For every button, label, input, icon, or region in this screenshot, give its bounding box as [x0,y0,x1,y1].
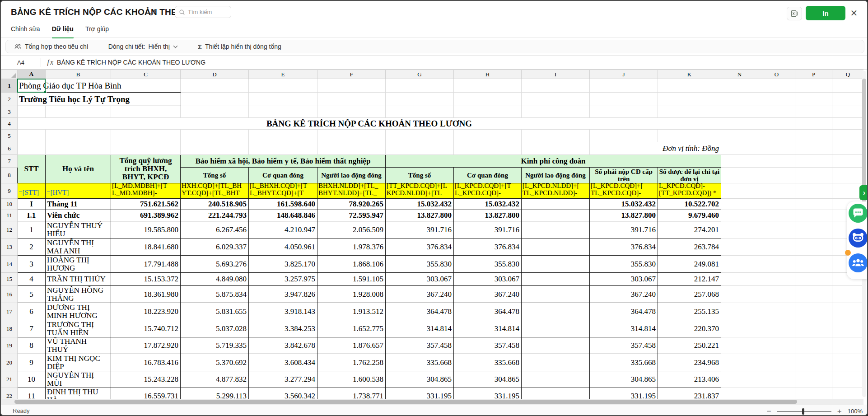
cell-I18[interactable] [522,320,590,337]
header-stt[interactable]: STT [18,155,46,183]
cell-P6[interactable] [795,142,832,155]
cell-I6[interactable] [522,142,590,155]
column-header-E[interactable]: E [249,70,317,79]
cell-F10[interactable]: 78.920.265 [317,199,386,210]
cell-B3[interactable] [46,106,111,118]
assistant-bot-button[interactable] [849,229,868,248]
cell-J20[interactable]: 335.668 [590,354,658,371]
cell-P14[interactable] [795,256,832,273]
cell-O12[interactable] [758,221,795,238]
column-header-D[interactable]: D [181,70,249,79]
cell-A19[interactable]: 8 [18,337,46,354]
cell-C11[interactable]: 691.389.962 [111,210,181,221]
cell-G19[interactable]: 357.458 [386,337,454,354]
horizontal-scrollbar[interactable] [1,399,863,405]
column-header-O[interactable]: O [758,70,795,79]
cell-O11[interactable] [758,210,795,221]
column-header-J[interactable]: J [590,70,658,79]
cell-A3[interactable] [18,106,46,118]
cell-C18[interactable]: 15.740.712 [111,320,181,337]
tab-du-lieu[interactable]: Dữ liệu [52,23,74,37]
cell-K1[interactable] [658,79,721,93]
cell-P7[interactable] [795,155,832,168]
header-sub-1[interactable]: Cơ quan đóng [249,168,317,183]
cell-J10[interactable]: 15.032.432 [590,199,658,210]
cell-J2[interactable] [590,93,658,106]
cell-A2[interactable]: Trường Tiểu học Lý Tự Trọng [18,93,181,106]
cell-B19[interactable]: VŨ THANH THUỶ [46,337,111,354]
cell-D12[interactable]: 6.267.456 [181,221,249,238]
spreadsheet-grid[interactable]: ABCDEFGHIJKNOPQ1Phòng Giáo dục TP Hòa Bì… [1,70,863,399]
cell-F2[interactable] [317,93,386,106]
column-header-B[interactable]: B [46,70,111,79]
cell-G12[interactable]: 391.716 [386,221,454,238]
cell-O8[interactable] [758,168,795,183]
row-header-3[interactable]: 3 [1,106,18,118]
cell-E18[interactable]: 3.384.253 [249,320,317,337]
row-header-9[interactable]: 9 [1,183,18,199]
print-button[interactable]: In [806,6,845,20]
zoom-slider[interactable] [777,411,831,412]
community-button[interactable] [849,253,868,272]
cell-E20[interactable]: 3.608.434 [249,354,317,371]
cell-D1[interactable] [181,79,249,93]
cell-B12[interactable]: NGUYỄN THUÝ HIẾU [46,221,111,238]
cell-J22[interactable]: 331.195 [590,388,658,399]
cell-H18[interactable]: 314.814 [454,320,522,337]
cell-O3[interactable] [758,106,795,118]
cell-O13[interactable] [758,238,795,256]
cell-N2[interactable] [721,93,758,106]
cell-O14[interactable] [758,256,795,273]
row-header-15[interactable]: 15 [1,273,18,286]
header-sub-4[interactable]: Cơ quan đóng [454,168,522,183]
cell-O15[interactable] [758,273,795,286]
cell-N5[interactable] [721,130,758,142]
cell-N10[interactable] [721,199,758,210]
cell-N6[interactable] [721,142,758,155]
row-header-7[interactable]: 7 [1,155,18,168]
row-header-13[interactable]: 13 [1,238,18,256]
cell-D6[interactable] [181,142,249,155]
cell-H12[interactable]: 391.716 [454,221,522,238]
row-header-11[interactable]: 11 [1,210,18,221]
cell-F1[interactable] [317,79,386,93]
cell-F6[interactable] [317,142,386,155]
cell-Q21[interactable] [832,371,864,388]
cell-Q19[interactable] [832,337,864,354]
cell-P9[interactable] [795,183,832,199]
cell-Q3[interactable] [832,106,864,118]
cell-H20[interactable]: 335.668 [454,354,522,371]
cell-O1[interactable] [758,79,795,93]
cell-N8[interactable] [721,168,758,183]
header-sub-5[interactable]: Người lao động đóng [522,168,590,183]
cell-G14[interactable]: 355.830 [386,256,454,273]
cell-D21[interactable]: 4.877.832 [181,371,249,388]
cell-K13[interactable]: 263.784 [658,238,721,256]
cell-I15[interactable] [522,273,590,286]
cell-N15[interactable] [721,273,758,286]
row-header-8[interactable]: 8 [1,168,18,183]
cell-P4[interactable] [795,118,832,130]
cell-E13[interactable]: 4.050.961 [249,238,317,256]
cell-K14[interactable]: 249.081 [658,256,721,273]
cell-K22[interactable]: 231.837 [658,388,721,399]
cell-K12[interactable]: 274.201 [658,221,721,238]
cell-P2[interactable] [795,93,832,106]
cell-K5[interactable] [658,130,721,142]
cell-P3[interactable] [795,106,832,118]
column-header-Q[interactable]: Q [832,70,864,79]
cell-E6[interactable] [249,142,317,155]
cell-C15[interactable]: 15.153.372 [111,273,181,286]
cell-F17[interactable]: 1.913.512 [317,303,386,320]
cell-C6[interactable] [111,142,181,155]
cell-I16[interactable] [522,286,590,303]
cell-N22[interactable] [721,388,758,399]
cell-N13[interactable] [721,238,758,256]
search-input[interactable]: Tìm kiếm [175,6,231,18]
cell-F3[interactable] [317,106,386,118]
column-header-A[interactable]: A [18,70,46,79]
cell-F18[interactable]: 1.652.775 [317,320,386,337]
cell-B11[interactable]: Viên chức [46,210,111,221]
cell-O18[interactable] [758,320,795,337]
cell-B5[interactable] [46,130,111,142]
